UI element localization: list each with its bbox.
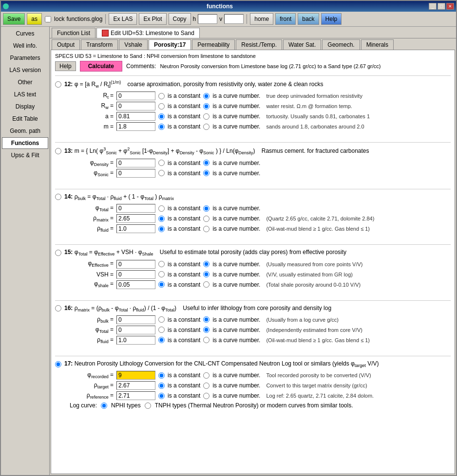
radio-14-fluid-curve[interactable] — [203, 226, 209, 232]
radio-17-rec-curve[interactable] — [203, 372, 209, 379]
radio-17-rec-const[interactable] — [158, 372, 165, 379]
radio-14-total-const[interactable] — [158, 205, 165, 212]
calculate-button[interactable]: Calculate — [80, 61, 122, 72]
sidebar-item-other[interactable]: Other — [2, 76, 48, 88]
radio-14-total-curve[interactable] — [203, 205, 209, 212]
copy-button[interactable]: Copy — [169, 13, 191, 25]
input-17-recorded[interactable] — [116, 371, 155, 380]
lock-checkbox[interactable] — [45, 16, 51, 22]
input-17-reference[interactable] — [116, 391, 155, 400]
h-input[interactable]: 0.9 — [198, 14, 217, 24]
home-button[interactable]: home — [250, 13, 273, 25]
radio-15-eff-curve[interactable] — [203, 261, 209, 267]
input-13-sonic[interactable] — [116, 169, 155, 178]
radio-12-rw-const[interactable] — [158, 103, 165, 110]
input-15-vsh[interactable] — [116, 270, 155, 279]
tab2-watersat[interactable]: Water Sat. — [283, 39, 321, 50]
formula-17-radio[interactable] — [55, 361, 61, 367]
sidebar-item-lastext[interactable]: LAS text — [2, 89, 48, 100]
input-12-m[interactable] — [116, 122, 155, 131]
input-15-effective[interactable] — [116, 260, 155, 269]
sidebar-item-geompath[interactable]: Geom. path — [2, 125, 48, 137]
tab2-porosity[interactable]: Porosity:17 — [149, 39, 191, 50]
radio-16-bulk-curve[interactable] — [203, 316, 209, 323]
radio-17-nphi[interactable] — [101, 403, 107, 409]
sidebar-item-curves[interactable]: Curves — [2, 28, 48, 39]
radio-15-vsh-curve[interactable] — [203, 271, 209, 277]
tab2-vshale[interactable]: Vshale — [119, 39, 148, 50]
tab1-functionlist[interactable]: Function List — [52, 28, 95, 38]
sidebar-item-wellinfo[interactable]: Well info. — [2, 40, 48, 52]
radio-17-tgt-const[interactable] — [158, 383, 165, 389]
sidebar-item-upscfilt[interactable]: Upsc & Filt — [2, 149, 48, 161]
radio-12-m-curve[interactable] — [203, 124, 209, 130]
radio-12-rw-curve[interactable] — [203, 103, 209, 110]
front-button[interactable]: front — [275, 13, 296, 25]
radio-12-a-const[interactable] — [158, 113, 165, 120]
explot-button[interactable]: Ex Plot — [139, 13, 166, 25]
input-17-target[interactable] — [116, 381, 155, 390]
back-button[interactable]: back — [298, 13, 319, 25]
radio-13-sonic-curve[interactable] — [203, 170, 209, 176]
input-14-fluid[interactable] — [116, 224, 155, 233]
input-12-rt[interactable] — [116, 92, 155, 100]
input-12-a[interactable] — [116, 112, 155, 121]
tab2-geomech[interactable]: Geomech. — [322, 39, 360, 50]
input-16-total[interactable] — [116, 326, 155, 334]
sidebar-item-lasversion[interactable]: LAS version — [2, 64, 48, 76]
radio-16-total-const[interactable] — [158, 327, 165, 333]
close-button[interactable]: ✕ — [446, 3, 454, 10]
sidebar-item-display[interactable]: Display — [2, 101, 48, 112]
tab2-output[interactable]: Output — [52, 39, 80, 50]
sidebar-item-edittable[interactable]: Edit Table — [2, 113, 48, 125]
radio-13-density-curve[interactable] — [203, 160, 209, 166]
radio-16-bulk-const[interactable] — [158, 316, 165, 323]
input-14-matrix[interactable] — [116, 214, 155, 223]
input-16-fluid[interactable] — [116, 336, 155, 345]
input-12-rw[interactable] — [116, 102, 155, 110]
radio-17-ref-curve[interactable] — [203, 393, 209, 399]
radio-16-fluid-curve[interactable] — [203, 337, 209, 343]
sidebar-item-functions[interactable]: Functions — [2, 137, 48, 149]
radio-13-density-const[interactable] — [158, 160, 165, 166]
radio-15-shale-const[interactable] — [158, 281, 165, 288]
formula-15-radio[interactable] — [55, 250, 61, 256]
formula-16-radio[interactable] — [55, 305, 61, 311]
tab2-transform[interactable]: Transform — [81, 39, 118, 50]
tab2-permeability[interactable]: Permeability — [192, 39, 235, 50]
radio-15-shale-curve[interactable] — [203, 281, 209, 288]
radio-16-total-curve[interactable] — [203, 327, 209, 333]
tab2-resisttemp[interactable]: Resist./Temp. — [236, 39, 282, 50]
radio-12-rt-const[interactable] — [158, 93, 165, 99]
as-button[interactable]: as — [27, 13, 42, 25]
tab2-minerals[interactable]: Minerals — [361, 39, 394, 50]
input-14-total[interactable] — [116, 204, 155, 213]
formula-12-radio[interactable] — [55, 81, 61, 88]
maximize-button[interactable]: □ — [438, 3, 445, 10]
formula-14-radio[interactable] — [55, 194, 61, 200]
help-panel-button[interactable]: Help — [55, 61, 76, 71]
radio-17-tgt-curve[interactable] — [203, 383, 209, 389]
tab1-edituid[interactable]: Edit UID=53: Limestone to Sand — [96, 28, 200, 38]
save-button[interactable]: Save — [3, 13, 25, 25]
help-button[interactable]: Help — [321, 13, 342, 25]
input-15-shale[interactable] — [116, 280, 155, 289]
minimize-button[interactable]: _ — [429, 3, 437, 10]
sidebar-item-parameters[interactable]: Parameters — [2, 52, 48, 64]
radio-14-matrix-const[interactable] — [158, 216, 165, 222]
exlas-button[interactable]: Ex LAS — [109, 13, 137, 25]
radio-12-a-curve[interactable] — [203, 113, 209, 120]
radio-12-m-const[interactable] — [158, 124, 165, 130]
radio-12-rt-curve[interactable] — [203, 93, 209, 99]
radio-15-eff-const[interactable] — [158, 261, 165, 267]
radio-17-tnph[interactable] — [145, 403, 151, 409]
v-input[interactable]: 7 — [224, 14, 244, 24]
input-13-density[interactable] — [116, 159, 155, 167]
input-16-bulk[interactable] — [116, 315, 155, 324]
radio-16-fluid-const[interactable] — [158, 337, 165, 343]
radio-14-fluid-const[interactable] — [158, 226, 165, 232]
radio-13-sonic-const[interactable] — [158, 170, 165, 176]
radio-14-matrix-curve[interactable] — [203, 216, 209, 222]
radio-15-vsh-const[interactable] — [158, 271, 165, 277]
radio-17-ref-const[interactable] — [158, 393, 165, 399]
